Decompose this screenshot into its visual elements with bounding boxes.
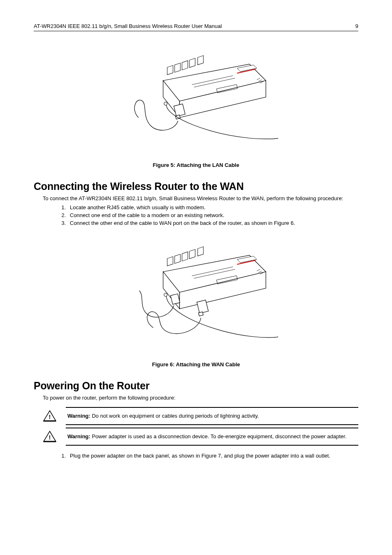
figure-5-image (34, 44, 358, 156)
svg-rect-31 (175, 254, 180, 264)
wan-step: Locate another RJ45 cable, which usually… (67, 204, 358, 211)
page-header: AT-WR2304N IEEE 802.11 b/g/n, Small Busi… (34, 23, 358, 31)
power-intro: To power on the router, perform the foll… (43, 394, 358, 402)
heading-power: Powering On the Router (34, 380, 358, 392)
figure-6-image (34, 235, 358, 356)
figure-5-caption: Figure 5: Attaching the LAN Cable (34, 162, 358, 168)
svg-rect-15 (198, 56, 203, 65)
warning-callout-1: ! Warning: Do not work on equipment or c… (43, 407, 358, 425)
svg-rect-33 (189, 250, 195, 259)
svg-text:!: ! (49, 434, 51, 441)
warning-label: Warning: (67, 413, 90, 419)
svg-rect-12 (175, 63, 180, 72)
power-step: Plug the power adapter on the back panel… (67, 452, 358, 460)
warning-text: Power adapter is used as a disconnection… (90, 433, 346, 439)
svg-point-16 (164, 102, 167, 105)
svg-rect-32 (182, 252, 188, 261)
warning-triangle-icon: ! (43, 410, 66, 422)
svg-rect-38 (198, 312, 203, 316)
warning-triangle-icon: ! (43, 430, 66, 443)
warning-label: Warning: (67, 433, 90, 439)
wan-steps: Locate another RJ45 cable, which usually… (67, 204, 358, 227)
figure-6-caption: Figure 6: Attaching the WAN Cable (34, 361, 358, 368)
power-steps: Plug the power adapter on the back panel… (67, 452, 358, 460)
warning-text: Do not work on equipment or cables durin… (90, 413, 259, 419)
heading-wan: Connecting the Wireless Router to the WA… (34, 180, 358, 192)
wan-step: Connect the other end of the cable to WA… (67, 220, 358, 227)
warning-callout-2: ! Warning: Power adapter is used as a di… (43, 428, 358, 446)
wan-step: Connect one end of the cable to a modem … (67, 212, 358, 219)
svg-rect-11 (167, 65, 173, 75)
svg-point-35 (164, 293, 167, 296)
svg-rect-30 (167, 257, 173, 266)
svg-rect-34 (198, 247, 203, 256)
svg-text:!: ! (49, 414, 51, 420)
wan-intro: To connect the AT-WR2304N IEEE 802.11 b/… (43, 195, 358, 202)
header-page-number: 9 (355, 23, 358, 29)
svg-rect-14 (189, 58, 195, 68)
header-title: AT-WR2304N IEEE 802.11 b/g/n, Small Busi… (34, 23, 222, 29)
svg-rect-13 (182, 61, 188, 70)
